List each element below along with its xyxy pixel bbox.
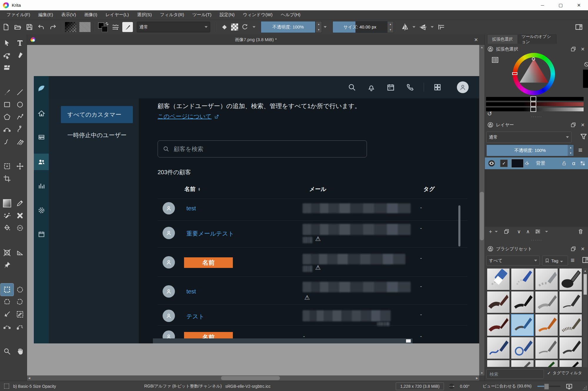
size-slider[interactable]: サイズ: 40.00 px bbox=[333, 21, 387, 33]
customer-name-link[interactable]: test bbox=[186, 288, 196, 295]
lock-icon[interactable] bbox=[487, 122, 494, 128]
brush-preset[interactable] bbox=[511, 268, 534, 290]
color-settings-icon[interactable] bbox=[491, 56, 499, 64]
tag-button[interactable]: Tag bbox=[542, 256, 568, 266]
column-header-tags[interactable]: タグ bbox=[423, 185, 435, 193]
tool-calligraphy[interactable] bbox=[14, 49, 26, 61]
phone-icon[interactable] bbox=[404, 81, 416, 93]
float-panel-icon[interactable] bbox=[570, 246, 576, 252]
settings-icon[interactable] bbox=[34, 202, 49, 219]
tool-color-sampler[interactable] bbox=[14, 197, 26, 209]
layer-row-background[interactable]: ✓ 背景 α bbox=[485, 157, 588, 169]
tool-freehand-selection[interactable] bbox=[14, 296, 26, 308]
preset-detail-view-icon[interactable] bbox=[582, 256, 588, 264]
tool-freehand-brush[interactable] bbox=[1, 86, 14, 98]
brush-preset[interactable] bbox=[511, 360, 534, 367]
brush-preset[interactable] bbox=[559, 268, 582, 290]
brush-preset[interactable] bbox=[559, 314, 582, 336]
brush-preset[interactable] bbox=[487, 337, 510, 359]
mirror-horizontal-icon[interactable] bbox=[418, 22, 428, 32]
chevron-down-icon[interactable] bbox=[324, 26, 327, 28]
customer-name-link[interactable]: test bbox=[186, 205, 196, 212]
apps-grid-icon[interactable] bbox=[432, 81, 443, 93]
float-panel-icon[interactable] bbox=[570, 46, 576, 52]
move-layer-down-button[interactable]: ∨ bbox=[517, 229, 521, 235]
menu-view[interactable]: 表示(V) bbox=[57, 10, 80, 20]
brush-preset[interactable] bbox=[559, 337, 582, 359]
chevron-down-icon[interactable] bbox=[495, 231, 498, 232]
brush-preset[interactable] bbox=[487, 360, 510, 367]
tool-transform[interactable] bbox=[1, 160, 14, 172]
inherit-alpha-icon[interactable] bbox=[524, 161, 529, 166]
notifications-icon[interactable] bbox=[365, 81, 377, 93]
about-page-link[interactable]: このページについて bbox=[158, 113, 212, 120]
chevron-down-icon[interactable] bbox=[431, 26, 434, 28]
tool-measure[interactable] bbox=[14, 246, 26, 259]
scroll-down-icon[interactable]: ▼ bbox=[481, 372, 483, 375]
vertical-scroll-thumb[interactable] bbox=[480, 192, 484, 240]
calendar-icon[interactable] bbox=[385, 81, 397, 93]
tool-polygon[interactable] bbox=[1, 111, 14, 123]
brush-preset[interactable] bbox=[535, 337, 558, 359]
no-color-icon[interactable] bbox=[584, 61, 588, 67]
layer-style-icon[interactable] bbox=[580, 161, 585, 166]
search-icon[interactable] bbox=[346, 81, 358, 93]
tab-tool-options[interactable]: ツールのオプション bbox=[518, 34, 557, 44]
layer-blend-mode-dropdown[interactable]: 通常 bbox=[486, 132, 572, 143]
brush-preset[interactable] bbox=[559, 360, 582, 367]
preserve-alpha-icon[interactable] bbox=[231, 24, 238, 31]
tool-smart-patch[interactable] bbox=[1, 209, 14, 222]
brush-preset[interactable] bbox=[511, 337, 534, 359]
menu-tools[interactable]: ツール(T) bbox=[188, 10, 216, 20]
horizontal-scroll-thumb[interactable] bbox=[221, 376, 280, 380]
pattern-chooser[interactable] bbox=[79, 22, 91, 32]
new-document-icon[interactable] bbox=[1, 22, 11, 32]
tool-gradient[interactable] bbox=[1, 197, 14, 209]
menu-edit[interactable]: 編集(E) bbox=[34, 10, 57, 20]
tool-polygonal-selection[interactable] bbox=[1, 296, 14, 308]
menu-file[interactable]: ファイル(F) bbox=[2, 10, 34, 20]
workspace-chooser-icon[interactable] bbox=[574, 22, 584, 32]
fit-screen-icon[interactable] bbox=[566, 383, 573, 390]
save-icon[interactable] bbox=[24, 22, 34, 32]
bar-handle[interactable] bbox=[530, 102, 536, 107]
customer-search-input[interactable] bbox=[173, 145, 351, 153]
panel-drag-handle[interactable]: ······ bbox=[485, 114, 588, 119]
brush-preset[interactable] bbox=[535, 268, 558, 290]
column-header-name[interactable]: 名前 bbox=[184, 185, 196, 193]
undo-icon[interactable] bbox=[36, 22, 46, 32]
brush-editor-icon[interactable] bbox=[122, 22, 133, 32]
page-horizontal-scrollbar[interactable] bbox=[153, 338, 412, 343]
preset-scrollbar[interactable]: ▲ bbox=[583, 268, 587, 367]
customer-name-link[interactable]: テスト bbox=[186, 313, 204, 320]
sort-icon[interactable]: ▲▼ bbox=[198, 187, 201, 191]
alpha-lock-icon[interactable]: α bbox=[572, 160, 575, 167]
brush-preset-selected[interactable] bbox=[511, 314, 534, 336]
layer-options-menu-icon[interactable]: ≡ bbox=[578, 146, 582, 154]
layer-visibility-icon[interactable] bbox=[488, 160, 495, 167]
sidebar-item-suspended-users[interactable]: 一時停止中のユーザー bbox=[61, 127, 133, 144]
eraser-mode-icon[interactable] bbox=[219, 22, 229, 32]
canvas-image[interactable]: すべてのカスタマー 一時停止中のユーザー 顧客（エンドユーザー）の追加、検索、管… bbox=[34, 76, 479, 343]
move-layer-up-button[interactable]: ∧ bbox=[526, 229, 529, 235]
menu-window[interactable]: ウィンドウ(W) bbox=[239, 10, 277, 20]
size-spinner[interactable]: ▲▼ bbox=[387, 21, 394, 33]
menu-help[interactable]: ヘルプ(H) bbox=[277, 10, 305, 20]
tag-filter-checkbox[interactable]: ✓ タグでフィルタ bbox=[547, 370, 582, 376]
document-tab-title[interactable]: 画像7.png (3.8 MiB) * bbox=[27, 37, 485, 43]
wrap-around-icon[interactable] bbox=[436, 22, 446, 32]
tool-select-shapes[interactable] bbox=[1, 37, 14, 49]
scroll-up-icon[interactable]: ▲ bbox=[481, 46, 483, 49]
tool-fill[interactable] bbox=[1, 222, 14, 234]
close-document-icon[interactable]: ✕ bbox=[474, 37, 478, 43]
layer-properties-button[interactable] bbox=[534, 228, 541, 235]
tool-magnetic-selection[interactable] bbox=[14, 320, 26, 333]
tool-contiguous-selection[interactable] bbox=[14, 308, 26, 320]
filter-layers-icon[interactable] bbox=[579, 132, 588, 141]
canvas-viewport[interactable]: すべてのカスタマー 一時停止中のユーザー 顧客（エンドユーザー）の追加、検索、管… bbox=[27, 45, 479, 375]
bar-handle[interactable] bbox=[530, 107, 536, 112]
close-panel-icon[interactable]: ✕ bbox=[581, 46, 585, 52]
menu-filter[interactable]: フィルタ(R) bbox=[156, 10, 188, 20]
preset-search-input[interactable] bbox=[489, 371, 540, 377]
menu-image[interactable]: 画像(I) bbox=[80, 10, 101, 20]
